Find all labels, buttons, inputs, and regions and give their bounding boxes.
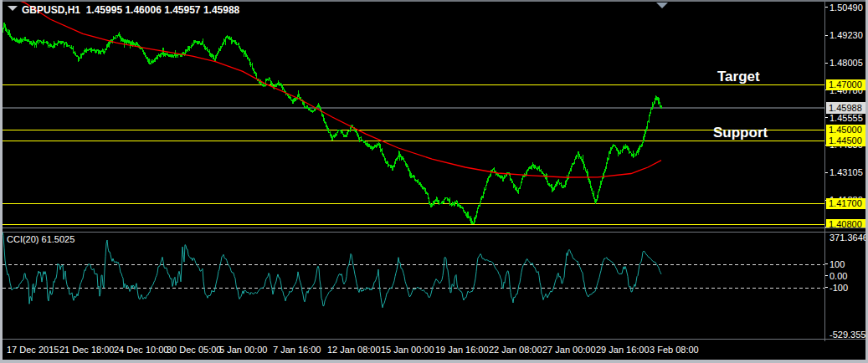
time-axis-divider	[3, 339, 865, 341]
time-axis-label: 24 Dec 10:00	[114, 345, 168, 355]
time-axis-label: 3 Feb 08:00	[650, 345, 699, 355]
price-tick-label: 1.48005	[829, 58, 863, 68]
time-axis[interactable]: 17 Dec 201521 Dec 18:0024 Dec 10:0030 De…	[3, 341, 824, 360]
level-price-label: 1.45000	[826, 125, 865, 135]
time-axis-label: 29 Jan 16:00	[596, 345, 650, 355]
chart-canvas[interactable]	[0, 0, 868, 363]
price-axis[interactable]: 1.504901.492301.480051.467801.455551.443…	[825, 2, 865, 360]
time-axis-label: 17 Dec 2015	[7, 345, 59, 355]
support-annotation: Support	[713, 125, 768, 141]
axis-border	[824, 2, 825, 341]
time-axis-label: 12 Jan 08:00	[327, 345, 381, 355]
cci-level-lines	[3, 264, 824, 288]
symbol-label: GBPUSD,H1	[22, 4, 80, 16]
indicator-header: CCI(20) 61.5025	[7, 234, 74, 244]
candle-series	[3, 23, 662, 224]
symbol-ohlc-header: GBPUSD,H1 1.45995 1.46006 1.45957 1.4598…	[22, 4, 239, 16]
panel-divider[interactable]	[3, 228, 865, 233]
time-axis-label: 21 Dec 18:00	[59, 345, 114, 355]
price-tick-label: 1.49230	[829, 30, 863, 40]
indicator-name: CCI(20)	[7, 234, 39, 244]
cci-level-label: -100	[829, 283, 848, 293]
ohlc-low: 1.45957	[164, 4, 200, 16]
window-frame-left	[0, 0, 3, 363]
cci-max-label: 371.3646	[829, 233, 868, 243]
cci-line	[3, 232, 661, 308]
time-axis-label: 15 Jan 00:00	[381, 345, 434, 355]
ohlc-close: 1.45988	[203, 4, 239, 16]
cci-level-label: 0.00	[829, 271, 847, 281]
axis-ticks	[8, 7, 828, 343]
time-axis-label: 19 Jan 16:00	[435, 345, 489, 355]
ohlc-open: 1.45995	[86, 4, 122, 16]
window-frame-bottom	[0, 360, 868, 363]
level-price-label: 1.41700	[826, 198, 865, 209]
level-price-label: 1.44500	[826, 135, 865, 146]
level-price-label: 1.47000	[826, 79, 865, 90]
symbol-dropdown-icon[interactable]	[8, 6, 18, 11]
target-annotation: Target	[717, 69, 760, 85]
time-axis-label: 5 Jan 00:00	[219, 345, 268, 355]
level-lines	[3, 84, 824, 224]
cci-level-label: 100	[829, 259, 845, 269]
time-axis-label: 30 Dec 05:00	[167, 345, 221, 355]
indicator-value: 61.5025	[42, 234, 75, 244]
time-axis-label: 27 Jan 00:00	[542, 345, 596, 355]
window-frame-top	[0, 0, 868, 2]
time-axis-label: 22 Jan 08:00	[489, 345, 542, 355]
time-axis-label: 7 Jan 16:00	[273, 345, 321, 355]
ohlc-high: 1.46006	[125, 4, 161, 16]
price-tick-label: 1.50490	[829, 3, 863, 13]
chart-shift-marker[interactable]	[656, 3, 668, 8]
mt4-window: { "header": { "symbol": "GBPUSD,H1", "op…	[0, 0, 868, 363]
price-tick-label: 1.43105	[829, 167, 863, 177]
price-tick-label: 1.45555	[829, 113, 863, 123]
ma-line	[3, 0, 661, 177]
current-price-label: 1.45988	[826, 102, 865, 114]
